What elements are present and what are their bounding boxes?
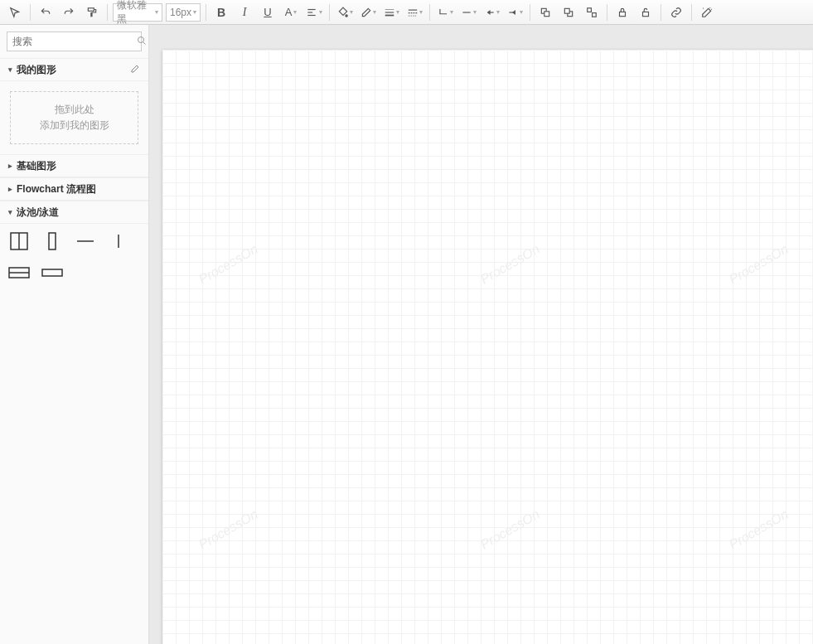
unlock-button[interactable]: [634, 2, 657, 22]
connector-line-button[interactable]: ▾: [457, 2, 480, 22]
chevron-down-icon: ▾: [520, 8, 523, 16]
search-box[interactable]: [7, 31, 142, 51]
undo-button[interactable]: [34, 2, 57, 22]
shape-vertical-pool[interactable]: [8, 230, 30, 252]
font-size-value: 16px: [170, 7, 191, 18]
canvas-page[interactable]: ProcessOn ProcessOn ProcessOn ProcessOn …: [162, 50, 813, 644]
svg-point-24: [138, 36, 144, 42]
section-label: 基础图形: [17, 159, 56, 173]
section-label: Flowchart 流程图: [17, 182, 96, 196]
line-color-button[interactable]: ▾: [356, 2, 380, 22]
watermark: ProcessOn: [196, 241, 261, 287]
shape-horizontal-separator[interactable]: [75, 230, 96, 252]
watermark: ProcessOn: [478, 506, 543, 552]
separator: [429, 4, 430, 21]
chevron-down-icon: ▾: [293, 8, 297, 16]
separator: [691, 4, 692, 21]
magic-button[interactable]: [695, 2, 719, 22]
svg-rect-21: [593, 12, 597, 17]
separator: [661, 4, 661, 21]
sidebar: ▾ 我的图形 拖到此处 添加到我的图形 ▸ 基础图形 ▸ Flowchart 流…: [0, 25, 149, 644]
svg-rect-17: [544, 11, 549, 16]
toolbar: 微软雅黑▾ 16px▾ B I U A▾ ▾ ▾ ▾ ▾ ▾ ▾ ▾ ▾ ▾: [0, 0, 813, 25]
svg-rect-20: [588, 7, 592, 12]
svg-marker-15: [513, 11, 515, 14]
group-button[interactable]: [580, 2, 603, 22]
chevron-down-icon: ▾: [496, 8, 500, 16]
line-width-button[interactable]: ▾: [380, 2, 403, 22]
font-family-select[interactable]: 微软雅黑▾: [113, 3, 162, 22]
chevron-down-icon: ▾: [419, 8, 423, 16]
caret-down-icon: ▾: [8, 65, 17, 74]
bring-front-button[interactable]: [534, 2, 557, 22]
section-basic-shapes[interactable]: ▸ 基础图形: [0, 154, 148, 177]
svg-rect-33: [42, 269, 62, 276]
swimlane-shapes: [0, 224, 148, 290]
chevron-down-icon: ▾: [193, 8, 196, 16]
separator: [30, 4, 31, 21]
caret-right-icon: ▸: [8, 185, 17, 193]
svg-rect-23: [643, 12, 649, 16]
line-style-button[interactable]: ▾: [403, 2, 426, 22]
underline-button[interactable]: U: [256, 2, 279, 22]
watermark: ProcessOn: [478, 241, 543, 287]
cursor-tool-button[interactable]: [3, 2, 27, 22]
chevron-down-icon: ▾: [319, 8, 322, 16]
my-shapes-dropzone[interactable]: 拖到此处 添加到我的图形: [10, 91, 138, 144]
canvas-area[interactable]: ProcessOn ProcessOn ProcessOn ProcessOn …: [149, 25, 813, 644]
font-family-value: 微软雅黑: [117, 0, 155, 27]
svg-marker-13: [487, 11, 489, 14]
svg-point-4: [345, 14, 346, 16]
chevron-down-icon: ▾: [373, 8, 376, 16]
text-align-button[interactable]: ▾: [302, 2, 326, 22]
arrow-end-button[interactable]: ▾: [503, 2, 526, 22]
font-color-button[interactable]: A▾: [279, 2, 302, 22]
svg-line-25: [143, 41, 146, 44]
separator: [206, 4, 206, 21]
svg-rect-28: [49, 233, 56, 249]
watermark: ProcessOn: [196, 506, 261, 552]
section-label: 泳池/泳道: [17, 206, 59, 220]
lock-button[interactable]: [611, 2, 634, 22]
svg-rect-22: [620, 12, 626, 16]
chevron-down-icon: ▾: [450, 8, 453, 16]
svg-rect-0: [88, 7, 94, 11]
caret-right-icon: ▸: [8, 162, 17, 170]
chevron-down-icon: ▾: [350, 8, 353, 16]
separator: [530, 4, 530, 21]
chevron-down-icon: ▾: [473, 8, 477, 16]
shape-vertical-lane[interactable]: [41, 230, 63, 252]
dropzone-line2: 添加到我的图形: [40, 118, 109, 133]
caret-down-icon: ▾: [8, 208, 17, 216]
separator: [107, 4, 108, 21]
section-my-shapes[interactable]: ▾ 我的图形: [0, 58, 148, 81]
connector-type-button[interactable]: ▾: [433, 2, 457, 22]
edit-icon[interactable]: [130, 64, 140, 76]
italic-button[interactable]: I: [233, 2, 256, 22]
search-input[interactable]: [12, 36, 137, 47]
fill-color-button[interactable]: ▾: [333, 2, 356, 22]
main-area: ▾ 我的图形 拖到此处 添加到我的图形 ▸ 基础图形 ▸ Flowchart 流…: [0, 25, 813, 644]
arrow-start-button[interactable]: ▾: [480, 2, 503, 22]
chevron-down-icon: ▾: [155, 8, 158, 16]
svg-rect-19: [564, 8, 569, 13]
dropzone-line1: 拖到此处: [55, 102, 94, 118]
separator: [329, 4, 330, 21]
search-wrap: [0, 25, 148, 58]
shape-horizontal-pool[interactable]: [8, 262, 30, 283]
send-back-button[interactable]: [557, 2, 580, 22]
link-button[interactable]: [665, 2, 688, 22]
shape-horizontal-lane[interactable]: [41, 262, 63, 283]
watermark: ProcessOn: [727, 506, 791, 552]
format-painter-button[interactable]: [80, 2, 104, 22]
bold-button[interactable]: B: [210, 2, 233, 22]
section-label: 我的图形: [17, 63, 56, 77]
search-icon: [137, 36, 147, 48]
font-size-select[interactable]: 16px▾: [166, 3, 201, 22]
section-flowchart[interactable]: ▸ Flowchart 流程图: [0, 177, 148, 201]
shape-vertical-separator[interactable]: [108, 230, 129, 252]
redo-button[interactable]: [57, 2, 80, 22]
chevron-down-icon: ▾: [396, 8, 399, 16]
watermark: ProcessOn: [727, 241, 791, 287]
section-swimlane[interactable]: ▾ 泳池/泳道: [0, 201, 148, 224]
